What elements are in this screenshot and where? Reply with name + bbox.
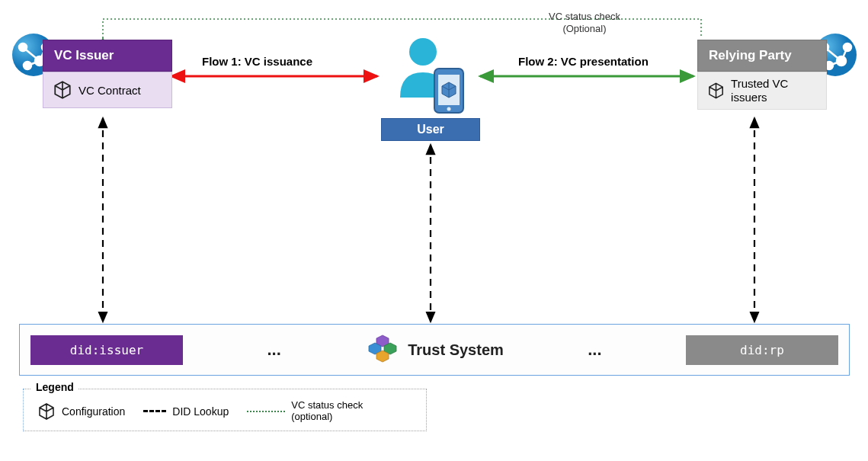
status-check-line2: (Optional) bbox=[549, 23, 620, 35]
did-issuer-box: did:issuer bbox=[30, 335, 183, 365]
legend-did-lookup-text: DID Lookup bbox=[172, 405, 229, 418]
vc-contract-label: VC Contract bbox=[78, 84, 141, 97]
cube-icon bbox=[37, 402, 56, 421]
ellipsis-right: ... bbox=[588, 340, 601, 360]
dot-sample-icon bbox=[247, 411, 285, 412]
trust-system-center: Trust System bbox=[365, 332, 504, 367]
cubes-icon bbox=[365, 332, 400, 367]
vc-issuer-title: VC Issuer bbox=[54, 48, 114, 63]
legend-config-text: Configuration bbox=[62, 405, 125, 418]
vc-issuer-box: VC Issuer VC Contract bbox=[43, 40, 172, 108]
svg-point-24 bbox=[447, 107, 451, 111]
trusted-issuers-label: Trusted VC issuers bbox=[731, 77, 817, 104]
trust-system-row: did:issuer ... Trust System ... did:rp bbox=[19, 324, 850, 376]
svg-point-9 bbox=[19, 43, 27, 51]
legend-status-check: VC status check (optional) bbox=[247, 400, 363, 423]
did-rp-text: did:rp bbox=[740, 343, 784, 357]
legend-status-line1: VC status check bbox=[291, 400, 363, 411]
legend-config: Configuration bbox=[37, 402, 125, 421]
relying-party-box: Relying Party Trusted VC issuers bbox=[697, 40, 827, 110]
did-rp-box: did:rp bbox=[686, 335, 838, 365]
svg-point-18 bbox=[844, 43, 851, 51]
legend-title: Legend bbox=[31, 381, 78, 393]
vc-issuer-header: VC Issuer bbox=[43, 40, 172, 72]
rp-title: Relying Party bbox=[709, 48, 792, 63]
svg-point-12 bbox=[24, 62, 31, 69]
cube-icon bbox=[707, 81, 725, 101]
legend-status-line2: (optional) bbox=[291, 411, 363, 423]
ellipsis-left: ... bbox=[267, 340, 280, 360]
rp-header: Relying Party bbox=[697, 40, 827, 72]
user-label-text: User bbox=[417, 123, 444, 136]
dash-sample-icon bbox=[143, 410, 166, 412]
status-check-label: VC status check (Optional) bbox=[549, 11, 620, 34]
legend-box: Legend Configuration DID Lookup VC statu… bbox=[23, 389, 427, 431]
user-label-box: User bbox=[381, 118, 480, 141]
cube-icon bbox=[53, 80, 72, 100]
did-issuer-text: did:issuer bbox=[70, 343, 143, 357]
flow1-label: Flow 1: VC issuance bbox=[202, 55, 312, 68]
user-icon bbox=[389, 30, 472, 117]
svg-point-21 bbox=[409, 38, 437, 66]
rp-body: Trusted VC issuers bbox=[697, 72, 827, 110]
status-check-line1: VC status check bbox=[549, 11, 620, 23]
flow2-label: Flow 2: VC presentation bbox=[518, 55, 649, 68]
diagram-canvas: VC Issuer VC Contract Relying Party Trus… bbox=[15, 15, 853, 446]
svg-point-19 bbox=[837, 56, 846, 66]
legend-did-lookup: DID Lookup bbox=[143, 405, 229, 418]
vc-issuer-body: VC Contract bbox=[43, 72, 172, 108]
trust-system-label: Trust System bbox=[408, 341, 504, 359]
